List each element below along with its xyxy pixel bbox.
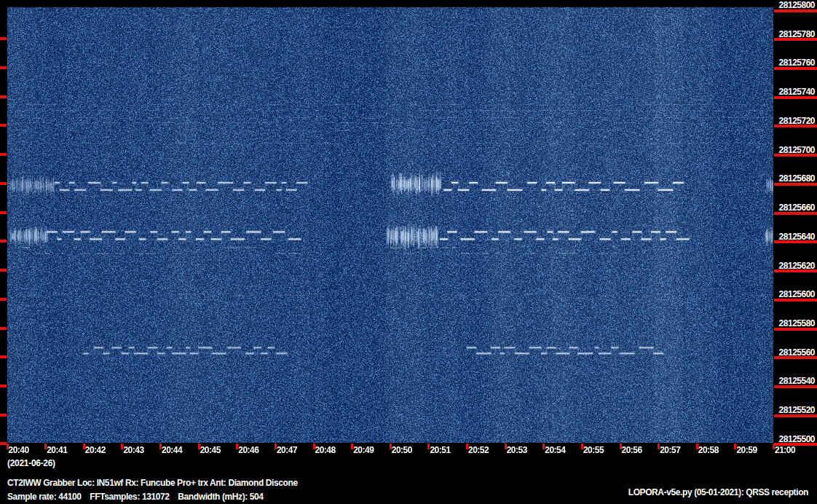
left-freq-tick (0, 414, 7, 417)
waterfall-spectrogram (7, 7, 773, 443)
freq-tick-label: 28125800 (776, 0, 815, 10)
time-tick-label: 20:42 (85, 445, 106, 455)
freq-tick-label: 28125520 (776, 405, 815, 415)
time-tick-label: 20:41 (47, 445, 67, 455)
time-tick-label: 20:43 (123, 445, 143, 455)
freq-tick-label: 28125740 (776, 87, 815, 97)
time-tick-label: 20:45 (200, 445, 221, 455)
time-tick-label: 20:58 (698, 445, 719, 455)
left-freq-tick (0, 298, 7, 301)
freq-tick-label: 28125580 (776, 318, 815, 328)
time-tick-label: 20:52 (468, 445, 489, 455)
freq-tick-label: 28125700 (776, 145, 815, 155)
left-freq-tick (0, 182, 7, 185)
time-tick-label: 20:54 (545, 445, 565, 455)
station-info-line: CT2IWW Grabber Loc: IN51wf Rx: Funcube P… (7, 478, 298, 488)
left-freq-tick (0, 327, 7, 330)
date-label: (2021-06-26) (7, 458, 55, 468)
freq-tick-label: 28125560 (776, 347, 815, 358)
left-freq-tick (0, 211, 7, 214)
time-tick-label: 20:55 (583, 445, 604, 455)
freq-tick-label: 28125780 (776, 29, 815, 39)
left-freq-tick (0, 355, 7, 358)
qrss-grabber-screen: 2812580028125780281257602812574028125720… (0, 0, 817, 504)
time-tick-label: 20:51 (430, 445, 450, 455)
time-tick-label: 20:50 (392, 445, 412, 455)
left-freq-tick (0, 124, 7, 127)
left-freq-tick (0, 153, 7, 156)
left-freq-tick (0, 66, 7, 69)
left-freq-tick (0, 95, 7, 98)
time-tick-label: 20:56 (622, 445, 642, 455)
time-tick-label: 21:00 (775, 445, 795, 455)
left-freq-tick (0, 385, 7, 387)
time-tick-label: 20:48 (315, 445, 336, 455)
time-tick-label: 20:59 (736, 445, 757, 455)
left-freq-tick (0, 240, 7, 243)
freq-tick-label: 28125540 (776, 376, 815, 386)
time-tick-label: 20:53 (507, 445, 527, 455)
time-tick-label: 20:47 (277, 445, 297, 455)
time-tick-label: 20:57 (660, 445, 680, 455)
time-tick-label: 20:44 (162, 445, 182, 455)
freq-tick-label: 28125720 (776, 116, 815, 126)
freq-tick-label: 28125620 (776, 261, 815, 271)
freq-tick-label: 28125600 (776, 289, 815, 299)
time-tick-label: 20:49 (353, 445, 374, 455)
software-credit-line: LOPORA-v5e.py (05-01-2021): QRSS recepti… (628, 487, 808, 497)
freq-tick-label: 28125500 (776, 434, 815, 444)
time-tick-label: 20:40 (9, 445, 29, 455)
left-freq-tick (0, 269, 7, 272)
left-freq-tick (0, 37, 7, 40)
capture-settings-line: Sample rate: 44100 FFTsamples: 131072 Ba… (7, 492, 264, 502)
freq-tick-label: 28125660 (776, 202, 815, 213)
time-tick-label: 20:46 (238, 445, 258, 455)
freq-tick-label: 28125640 (776, 232, 815, 242)
freq-tick-label: 28125680 (776, 173, 815, 184)
freq-tick-label: 28125760 (776, 58, 815, 68)
